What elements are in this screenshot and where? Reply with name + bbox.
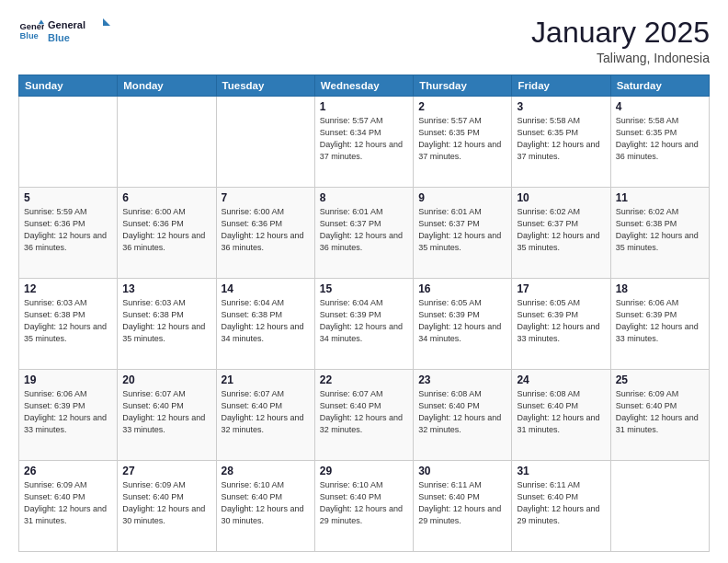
day-info: Sunrise: 6:03 AM Sunset: 6:38 PM Dayligh… <box>24 297 112 345</box>
day-info: Sunrise: 5:58 AM Sunset: 6:35 PM Dayligh… <box>616 115 704 163</box>
day-number: 7 <box>222 191 310 204</box>
table-row: 6Sunrise: 6:00 AM Sunset: 6:36 PM Daylig… <box>118 188 216 279</box>
day-number: 19 <box>24 373 112 386</box>
day-number: 21 <box>222 373 310 386</box>
day-number: 11 <box>616 191 704 204</box>
calendar-page: General Blue General Blue January 2025 T… <box>0 0 728 563</box>
day-info: Sunrise: 5:58 AM Sunset: 6:35 PM Dayligh… <box>517 115 605 163</box>
day-number: 30 <box>418 465 506 477</box>
table-row: 4Sunrise: 5:58 AM Sunset: 6:35 PM Daylig… <box>610 97 709 188</box>
svg-marker-5 <box>103 18 110 26</box>
day-number: 13 <box>122 282 210 295</box>
table-row: 26Sunrise: 6:09 AM Sunset: 6:40 PM Dayli… <box>19 461 118 552</box>
table-row: 27Sunrise: 6:09 AM Sunset: 6:40 PM Dayli… <box>118 461 216 552</box>
calendar-week-2: 5Sunrise: 5:59 AM Sunset: 6:36 PM Daylig… <box>19 188 710 279</box>
table-row <box>118 97 216 188</box>
table-row: 10Sunrise: 6:02 AM Sunset: 6:37 PM Dayli… <box>512 188 610 279</box>
day-number: 5 <box>24 191 112 204</box>
calendar-subtitle: Taliwang, Indonesia <box>531 51 710 65</box>
day-info: Sunrise: 6:08 AM Sunset: 6:40 PM Dayligh… <box>517 388 605 436</box>
day-info: Sunrise: 6:10 AM Sunset: 6:40 PM Dayligh… <box>320 479 408 527</box>
logo-icon: General Blue <box>18 18 44 44</box>
day-number: 22 <box>320 373 408 386</box>
svg-text:General: General <box>48 19 85 30</box>
day-number: 26 <box>24 465 112 477</box>
day-info: Sunrise: 6:02 AM Sunset: 6:38 PM Dayligh… <box>616 206 704 254</box>
table-row: 30Sunrise: 6:11 AM Sunset: 6:40 PM Dayli… <box>414 461 512 552</box>
day-number: 25 <box>616 373 704 386</box>
day-info: Sunrise: 6:07 AM Sunset: 6:40 PM Dayligh… <box>222 388 310 436</box>
day-number: 14 <box>222 282 310 295</box>
day-number: 4 <box>616 100 704 113</box>
day-number: 2 <box>418 100 506 113</box>
calendar-week-5: 26Sunrise: 6:09 AM Sunset: 6:40 PM Dayli… <box>19 461 710 552</box>
day-number: 3 <box>517 100 605 113</box>
table-row: 3Sunrise: 5:58 AM Sunset: 6:35 PM Daylig… <box>512 97 610 188</box>
day-info: Sunrise: 6:01 AM Sunset: 6:37 PM Dayligh… <box>418 206 506 254</box>
day-info: Sunrise: 6:00 AM Sunset: 6:36 PM Dayligh… <box>122 206 210 254</box>
table-row: 8Sunrise: 6:01 AM Sunset: 6:37 PM Daylig… <box>314 188 413 279</box>
day-number: 28 <box>222 465 310 477</box>
table-row: 29Sunrise: 6:10 AM Sunset: 6:40 PM Dayli… <box>314 461 413 552</box>
weekday-header-row: Sunday Monday Tuesday Wednesday Thursday… <box>19 75 710 97</box>
day-info: Sunrise: 6:10 AM Sunset: 6:40 PM Dayligh… <box>222 479 310 527</box>
day-number: 12 <box>24 282 112 295</box>
day-info: Sunrise: 6:03 AM Sunset: 6:38 PM Dayligh… <box>122 297 210 345</box>
table-row: 31Sunrise: 6:11 AM Sunset: 6:40 PM Dayli… <box>512 461 610 552</box>
day-number: 17 <box>517 282 605 295</box>
day-info: Sunrise: 6:04 AM Sunset: 6:39 PM Dayligh… <box>320 297 408 345</box>
day-info: Sunrise: 6:09 AM Sunset: 6:40 PM Dayligh… <box>122 479 210 527</box>
table-row: 23Sunrise: 6:08 AM Sunset: 6:40 PM Dayli… <box>414 370 512 461</box>
table-row: 19Sunrise: 6:06 AM Sunset: 6:39 PM Dayli… <box>19 370 118 461</box>
calendar-table: Sunday Monday Tuesday Wednesday Thursday… <box>18 75 710 552</box>
day-number: 29 <box>320 465 408 477</box>
header-friday: Friday <box>512 75 610 97</box>
header-thursday: Thursday <box>414 75 512 97</box>
day-number: 20 <box>122 373 210 386</box>
svg-text:Blue: Blue <box>48 32 70 43</box>
table-row: 14Sunrise: 6:04 AM Sunset: 6:38 PM Dayli… <box>216 279 314 370</box>
day-info: Sunrise: 6:05 AM Sunset: 6:39 PM Dayligh… <box>418 297 506 345</box>
day-number: 9 <box>418 191 506 204</box>
day-number: 8 <box>320 191 408 204</box>
table-row: 16Sunrise: 6:05 AM Sunset: 6:39 PM Dayli… <box>414 279 512 370</box>
table-row <box>610 461 709 552</box>
table-row: 20Sunrise: 6:07 AM Sunset: 6:40 PM Dayli… <box>118 370 216 461</box>
header-wednesday: Wednesday <box>314 75 413 97</box>
day-info: Sunrise: 6:11 AM Sunset: 6:40 PM Dayligh… <box>418 479 506 527</box>
calendar-title: January 2025 <box>531 17 710 49</box>
header-monday: Monday <box>118 75 216 97</box>
table-row <box>19 97 118 188</box>
day-number: 6 <box>122 191 210 204</box>
calendar-week-4: 19Sunrise: 6:06 AM Sunset: 6:39 PM Dayli… <box>19 370 710 461</box>
table-row: 28Sunrise: 6:10 AM Sunset: 6:40 PM Dayli… <box>216 461 314 552</box>
table-row: 21Sunrise: 6:07 AM Sunset: 6:40 PM Dayli… <box>216 370 314 461</box>
day-info: Sunrise: 6:11 AM Sunset: 6:40 PM Dayligh… <box>517 479 605 527</box>
day-number: 15 <box>320 282 408 295</box>
day-info: Sunrise: 6:06 AM Sunset: 6:39 PM Dayligh… <box>616 297 704 345</box>
title-block: January 2025 Taliwang, Indonesia <box>531 17 710 65</box>
day-number: 24 <box>517 373 605 386</box>
day-number: 31 <box>517 465 605 477</box>
day-info: Sunrise: 6:01 AM Sunset: 6:37 PM Dayligh… <box>320 206 408 254</box>
day-info: Sunrise: 6:04 AM Sunset: 6:38 PM Dayligh… <box>222 297 310 345</box>
day-info: Sunrise: 5:59 AM Sunset: 6:36 PM Dayligh… <box>24 206 112 254</box>
day-number: 18 <box>616 282 704 295</box>
table-row: 5Sunrise: 5:59 AM Sunset: 6:36 PM Daylig… <box>19 188 118 279</box>
table-row: 25Sunrise: 6:09 AM Sunset: 6:40 PM Dayli… <box>610 370 709 461</box>
day-info: Sunrise: 6:08 AM Sunset: 6:40 PM Dayligh… <box>418 388 506 436</box>
table-row: 1Sunrise: 5:57 AM Sunset: 6:34 PM Daylig… <box>314 97 413 188</box>
table-row: 12Sunrise: 6:03 AM Sunset: 6:38 PM Dayli… <box>19 279 118 370</box>
table-row: 17Sunrise: 6:05 AM Sunset: 6:39 PM Dayli… <box>512 279 610 370</box>
day-info: Sunrise: 5:57 AM Sunset: 6:35 PM Dayligh… <box>418 115 506 163</box>
table-row: 15Sunrise: 6:04 AM Sunset: 6:39 PM Dayli… <box>314 279 413 370</box>
table-row: 11Sunrise: 6:02 AM Sunset: 6:38 PM Dayli… <box>610 188 709 279</box>
day-info: Sunrise: 6:09 AM Sunset: 6:40 PM Dayligh… <box>24 479 112 527</box>
table-row: 18Sunrise: 6:06 AM Sunset: 6:39 PM Dayli… <box>610 279 709 370</box>
day-info: Sunrise: 6:05 AM Sunset: 6:39 PM Dayligh… <box>517 297 605 345</box>
day-number: 27 <box>122 465 210 477</box>
day-number: 10 <box>517 191 605 204</box>
day-info: Sunrise: 6:00 AM Sunset: 6:36 PM Dayligh… <box>222 206 310 254</box>
day-info: Sunrise: 6:07 AM Sunset: 6:40 PM Dayligh… <box>122 388 210 436</box>
calendar-week-3: 12Sunrise: 6:03 AM Sunset: 6:38 PM Dayli… <box>19 279 710 370</box>
